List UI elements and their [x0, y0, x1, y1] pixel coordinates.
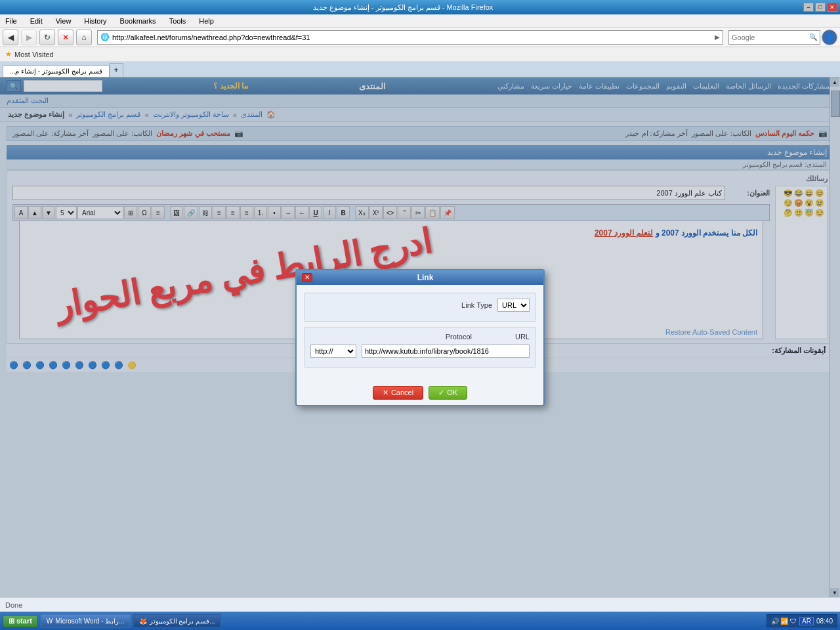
- url-row: Protocol URL: [310, 333, 530, 341]
- modal-close-button[interactable]: ✕: [302, 273, 312, 282]
- protocol-label: Protocol: [432, 333, 472, 341]
- minimize-button[interactable]: −: [803, 3, 814, 12]
- modal-footer: ✕ Cancel ✓ OK: [297, 381, 543, 405]
- url-input-row: http://: [310, 345, 530, 358]
- menu-tools[interactable]: Tools: [167, 16, 189, 26]
- cancel-label: Cancel: [391, 388, 413, 396]
- taskbar-item-0-icon: W: [47, 618, 52, 625]
- link-dialog: ✕ Link Link Type URL: [295, 269, 545, 406]
- titlebar-title: قسم برامج الكومبيوتر - إنشاء موضوع جديد …: [3, 3, 803, 12]
- tray-icons: 🔊 📶 🛡: [771, 618, 797, 625]
- cancel-icon: ✕: [383, 388, 388, 397]
- forum-page: 🔍 ما الجديد ؟ المنتدى المشاركات الجديدة …: [0, 77, 840, 597]
- menubar: File Edit View History Bookmarks Tools H…: [0, 14, 840, 28]
- menu-history[interactable]: History: [81, 16, 109, 26]
- modal-body: Link Type URL Protocol URL: [297, 285, 543, 381]
- statusbar: Done: [0, 597, 840, 612]
- menu-bookmarks[interactable]: Bookmarks: [117, 16, 159, 26]
- link-type-select[interactable]: URL: [497, 299, 530, 312]
- ok-icon: ✓: [438, 388, 444, 397]
- url-section: Protocol URL http://: [304, 327, 536, 368]
- tab-0-label: ...قسم برامج الكومبيوتر - إنشاء م: [10, 68, 102, 75]
- tabbar: ...قسم برامج الكومبيوتر - إنشاء م +: [0, 62, 840, 77]
- search-bar: 🔍: [728, 30, 820, 45]
- cancel-button[interactable]: ✕ Cancel: [373, 386, 423, 400]
- menu-edit[interactable]: Edit: [28, 16, 45, 26]
- star-icon: ★: [5, 50, 12, 58]
- ok-label: OK: [447, 388, 457, 396]
- link-type-label: Link Type: [440, 301, 492, 309]
- search-input[interactable]: [732, 33, 809, 41]
- protocol-select[interactable]: http://: [310, 345, 356, 358]
- taskbar-item-1[interactable]: 🦊 قسم برامج الكومبيوتر...: [133, 614, 221, 627]
- link-type-row: Link Type URL: [310, 299, 530, 312]
- tray-lang: AR: [799, 617, 814, 625]
- url-input[interactable]: [362, 345, 530, 358]
- address-bar: 🌐 ▶: [97, 30, 723, 45]
- start-icon: ⊞: [9, 617, 14, 625]
- url-label: URL: [477, 333, 530, 341]
- taskbar-item-0-label: Microsoft Word - رابط...: [55, 618, 124, 625]
- user-icon[interactable]: 👤: [822, 30, 837, 45]
- status-text: Done: [5, 601, 22, 609]
- link-type-section: Link Type URL: [304, 293, 536, 322]
- search-icon[interactable]: 🔍: [809, 33, 817, 41]
- modal-titlebar: ✕ Link: [297, 270, 543, 285]
- modal-overlay: ✕ Link Link Type URL: [0, 77, 840, 597]
- most-visited-label[interactable]: Most Visited: [14, 51, 54, 58]
- close-button[interactable]: ✕: [827, 3, 837, 12]
- reload-button[interactable]: ↻: [39, 30, 55, 45]
- taskbar-item-0[interactable]: W Microsoft Word - رابط...: [41, 614, 131, 627]
- address-input[interactable]: [112, 33, 715, 41]
- main-content: 🔍 ما الجديد ؟ المنتدى المشاركات الجديدة …: [0, 77, 840, 597]
- maximize-button[interactable]: □: [815, 3, 826, 12]
- start-button[interactable]: ⊞ start: [3, 615, 38, 627]
- taskbar: ⊞ start W Microsoft Word - رابط... 🦊 قسم…: [0, 612, 840, 630]
- add-tab-button[interactable]: +: [110, 63, 123, 77]
- sys-tray: 🔊 📶 🛡 AR 08:40: [766, 614, 838, 627]
- menu-file[interactable]: File: [3, 16, 20, 26]
- taskbar-item-1-label: قسم برامج الكومبيوتر...: [150, 618, 215, 625]
- address-go-icon[interactable]: ▶: [715, 33, 720, 41]
- stop-button[interactable]: ✕: [58, 30, 74, 45]
- start-label: start: [16, 617, 32, 625]
- modal-title: Link: [312, 273, 538, 282]
- bookmarks-bar: ★ Most Visited: [0, 47, 840, 62]
- back-button[interactable]: ◀: [3, 30, 18, 45]
- titlebar: قسم برامج الكومبيوتر - إنشاء موضوع جديد …: [0, 0, 840, 14]
- ok-button[interactable]: ✓ OK: [429, 386, 467, 400]
- menu-view[interactable]: View: [53, 16, 74, 26]
- tab-0[interactable]: ...قسم برامج الكومبيوتر - إنشاء م: [3, 65, 110, 77]
- home-button[interactable]: ⌂: [76, 30, 92, 45]
- forward-button[interactable]: ▶: [21, 30, 37, 45]
- taskbar-item-1-icon: 🦊: [139, 618, 147, 625]
- site-icon: 🌐: [100, 33, 110, 41]
- navigation-toolbar: ◀ ▶ ↻ ✕ ⌂ 🌐 ▶ 🔍 👤: [0, 28, 840, 47]
- tray-time: 08:40: [816, 618, 833, 625]
- menu-help[interactable]: Help: [196, 16, 217, 26]
